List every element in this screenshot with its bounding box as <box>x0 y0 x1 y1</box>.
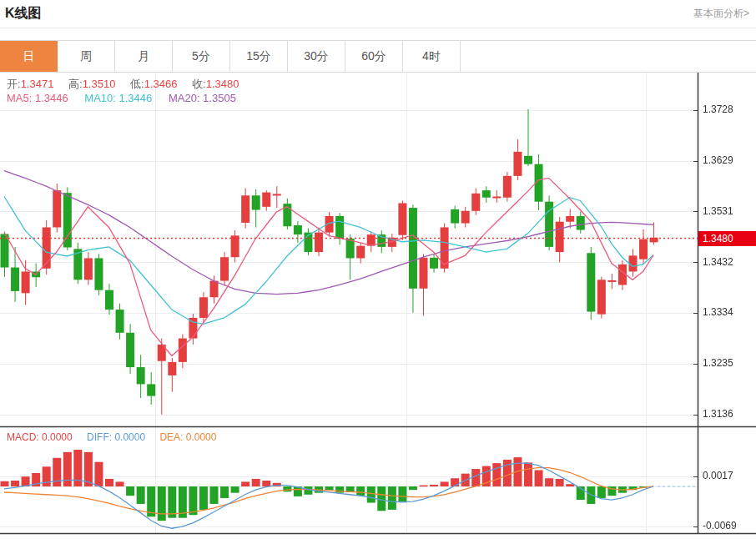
tab-day[interactable]: 日 <box>0 41 58 72</box>
last-price-badge: 1.3480 <box>698 231 756 246</box>
tab-month[interactable]: 月 <box>115 41 173 72</box>
kline-canvas[interactable] <box>0 73 756 538</box>
tab-30min[interactable]: 30分 <box>288 41 345 72</box>
tab-week[interactable]: 周 <box>58 41 115 72</box>
fundamental-analysis-link[interactable]: 基本面分析> <box>693 7 749 21</box>
tab-60min[interactable]: 60分 <box>345 41 403 72</box>
kline-page: K线图 基本面分析> 日 周 月 5分 15分 30分 60分 4时 开:1.3… <box>0 0 756 539</box>
tab-15min[interactable]: 15分 <box>230 41 288 72</box>
chart-area: 开:1.3471 高:1.3510 低:1.3466 收:1.3480 MA5:… <box>0 73 756 538</box>
tab-5min[interactable]: 5分 <box>173 41 230 72</box>
page-title: K线图 <box>5 5 42 23</box>
interval-tab-bar: 日 周 月 5分 15分 30分 60分 4时 <box>0 40 756 73</box>
tab-bar-filler <box>461 41 756 72</box>
tab-4hour[interactable]: 4时 <box>403 41 461 72</box>
titlebar: K线图 基本面分析> <box>0 0 756 28</box>
